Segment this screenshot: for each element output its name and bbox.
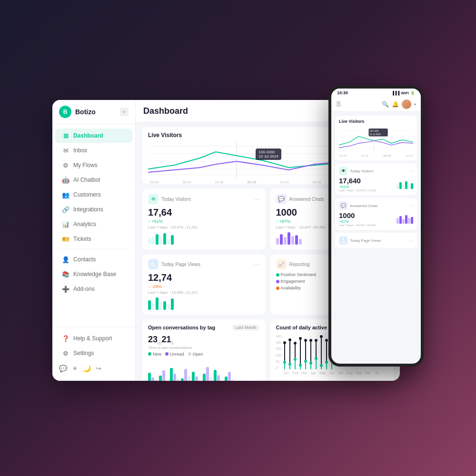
mobile-signal-icon: ▐▐▐ xyxy=(391,91,399,95)
reporting-label: Reporting xyxy=(289,262,310,267)
mobile-today-page-views-label: Today Page Views xyxy=(350,238,381,243)
moon-bottom-icon[interactable]: 🌙 xyxy=(83,365,91,372)
mobile-answered-chats-change: +87% xyxy=(339,219,376,224)
sidebar-item-label: Contacts xyxy=(73,256,96,263)
knowledge-icon: 📚 xyxy=(62,270,69,278)
mobile-content: Live Visitors 100-1000 23 Jul 2024 Jul 2… xyxy=(331,112,421,361)
sidebar-collapse-button[interactable]: ≡ xyxy=(120,108,129,116)
sidebar-item-customers[interactable]: 👥 Customers xyxy=(55,188,132,202)
mobile-menu-icon[interactable]: ☰ xyxy=(336,101,341,108)
sidebar-item-label: Knowledge Base xyxy=(73,271,116,278)
sidebar-item-integrations[interactable]: 🔗 Integrations xyxy=(55,202,132,217)
mobile-today-page-views-card: 📄 Today Page Views ··· xyxy=(335,233,417,248)
help-icon: ❓ xyxy=(62,335,69,342)
logout-bottom-icon[interactable]: ↪ xyxy=(96,365,101,372)
open-conversations-card: Open conversations by tag Last Month 23m… xyxy=(142,319,266,381)
integrations-icon: 🔗 xyxy=(62,206,69,213)
today-page-views-card: 📄 Today Page Views ··· 12,74 ↓-29% Last … xyxy=(142,254,266,315)
sidebar-item-label: Add-ons xyxy=(73,286,95,292)
mobile-live-visitors-card: Live Visitors 100-1000 23 Jul 2024 Jul 2… xyxy=(335,116,417,160)
sidebar: B Botizo ≡ ⊞ Dashboard ✉ Inbox ⚙ My Flow… xyxy=(52,100,136,381)
mobile-live-visitors-title: Live Visitors xyxy=(339,119,413,124)
sidebar-item-label: Inbox xyxy=(73,147,87,154)
reporting-legend-item-2: Availability xyxy=(281,286,301,290)
today-visitors-icon: 👁 xyxy=(148,194,159,204)
today-page-views-mini-bars xyxy=(148,297,260,310)
sidebar-item-aichatbot[interactable]: 🤖 AI Chatbot xyxy=(55,173,132,187)
mobile-avatar-chevron[interactable]: ▾ xyxy=(414,102,416,107)
sidebar-item-settings[interactable]: ⚙ Settings xyxy=(55,346,132,360)
mobile-today-visitors-more[interactable]: ··· xyxy=(409,169,413,174)
sidebar-item-tickets[interactable]: 🎫 Tickets xyxy=(55,232,132,246)
answered-chats-icon: 💬 xyxy=(276,194,287,204)
settings-icon: ⚙ xyxy=(62,349,69,357)
today-visitors-change: ↑+51% xyxy=(148,219,260,224)
dashboard-icon: ⊞ xyxy=(62,132,69,139)
count-daily-title: Count of daily active xyxy=(276,325,327,330)
mobile-answered-chats-value: 1000 xyxy=(339,211,376,219)
reporting-legend-item-1: Engagement xyxy=(281,279,305,284)
open-conversations-desc: Time to last conversations xyxy=(148,346,260,350)
sidebar-item-addons[interactable]: ➕ Add-ons xyxy=(55,282,132,296)
sidebar-item-help[interactable]: ❓ Help & Support xyxy=(55,331,132,346)
mobile-app: 10:30 ▐▐▐ WiFi 🔋 ☰ 🔍 🔔 ▾ Live Visitors xyxy=(328,86,424,367)
sidebar-item-label: Analytics xyxy=(73,221,96,228)
inbox-icon: ✉ xyxy=(62,147,69,154)
today-visitors-value: 17,64 xyxy=(148,207,260,218)
mobile-time: 10:30 xyxy=(337,90,348,95)
answered-chats-label: Answered Chats xyxy=(289,197,324,202)
sidebar-item-label: Help & Support xyxy=(73,335,112,342)
mobile-avatar[interactable] xyxy=(402,99,411,109)
svg-text:100-1000: 100-1000 xyxy=(369,130,379,132)
mobile-notification-icon[interactable]: 🔔 xyxy=(392,101,399,108)
addons-icon: ➕ xyxy=(62,285,69,293)
sidebar-item-label: Tickets xyxy=(73,236,91,242)
mobile-today-visitors-icon: 👁 xyxy=(339,167,347,175)
today-visitors-more[interactable]: ··· xyxy=(254,195,260,203)
reporting-legend-item-0: Positive Sentiment xyxy=(281,272,317,277)
open-conversations-badge: Last Month xyxy=(232,324,260,331)
customers-icon: 👥 xyxy=(62,191,69,198)
sidebar-item-analytics[interactable]: 📊 Analytics xyxy=(55,217,132,231)
sidebar-item-label: Dashboard xyxy=(73,132,103,139)
sidebar-item-contacts[interactable]: 👤 Contacts xyxy=(55,252,132,267)
mobile-today-visitors-card: 👁 Today Visitors ··· 17,640 +51% Last 7 … xyxy=(335,163,417,195)
analytics-icon: 📊 xyxy=(62,220,69,228)
mobile-today-visitors-value: 17,640 xyxy=(339,177,376,185)
today-page-views-value: 12,74 xyxy=(148,272,260,283)
tickets-icon: 🎫 xyxy=(62,235,69,243)
live-visitors-title: Live Visitors xyxy=(148,132,182,139)
mobile-status-bar: 10:30 ▐▐▐ WiFi 🔋 xyxy=(331,89,421,97)
today-page-views-change: ↓-29% xyxy=(148,284,260,289)
today-page-views-sub: Last 7 days ↑13,065 ↓12,321 xyxy=(148,290,260,295)
svg-text:23 Jul 2024: 23 Jul 2024 xyxy=(369,133,381,136)
brand-name: Botizo xyxy=(75,108,96,116)
mobile-search-icon[interactable]: 🔍 xyxy=(382,101,389,108)
mobile-today-visitors-change: +51% xyxy=(339,185,376,189)
mobile-answered-chats-label: Answered Chats xyxy=(350,204,378,208)
sidebar-item-knowledge[interactable]: 📚 Knowledge Base xyxy=(55,267,132,281)
open-conversations-title: Open conversations by tag xyxy=(148,325,215,330)
mobile-answered-chats-card: 💬 Answered Chats ··· 1000 +87% Last 7 da… xyxy=(335,198,417,230)
today-page-views-more[interactable]: ··· xyxy=(254,260,260,268)
sidebar-bottom: ❓ Help & Support ⚙ Settings 💬 ☀ 🌙 ↪ xyxy=(52,327,135,381)
sidebar-item-inbox[interactable]: ✉ Inbox xyxy=(55,143,132,158)
sidebar-item-myflows[interactable]: ⚙ My Flows xyxy=(55,158,132,172)
mobile-answered-chats-more[interactable]: ··· xyxy=(409,203,413,208)
theme-bottom-icon[interactable]: ☀ xyxy=(72,365,78,372)
sidebar-item-label: Settings xyxy=(73,350,94,357)
chat-bottom-icon[interactable]: 💬 xyxy=(59,365,67,372)
today-page-views-icon: 📄 xyxy=(148,259,159,269)
mobile-today-visitors-mini-bars xyxy=(397,179,413,189)
open-conversations-chart xyxy=(148,358,260,381)
mobile-wifi-icon: WiFi xyxy=(401,91,409,95)
live-visitors-tooltip: 100-100023 Jul 2024 xyxy=(256,149,281,160)
mobile-today-page-views-more[interactable]: ··· xyxy=(409,238,413,243)
logo: B xyxy=(59,106,71,118)
mobile-today-visitors-label: Today Visitors xyxy=(350,169,374,173)
sidebar-item-dashboard[interactable]: ⊞ Dashboard xyxy=(55,129,132,143)
contacts-icon: 👤 xyxy=(62,256,69,263)
mobile-answered-chats-icon: 💬 xyxy=(339,201,347,210)
chatbot-icon: 🤖 xyxy=(62,176,69,184)
flows-icon: ⚙ xyxy=(62,161,69,169)
